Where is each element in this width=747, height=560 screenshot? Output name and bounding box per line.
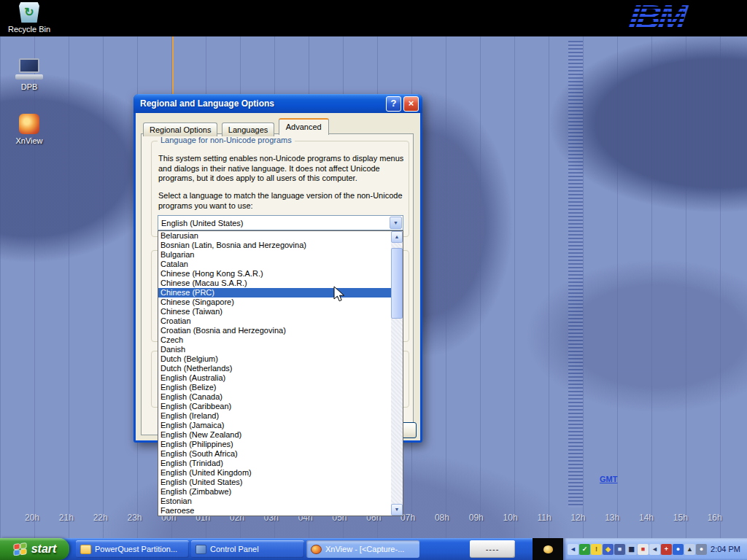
dialog-tab-strip: Regional Options Languages Advanced xyxy=(143,118,330,135)
tray-icon-graphics[interactable]: ◆ xyxy=(603,544,614,555)
taskbar: start PowerQuest Partition...Control Pan… xyxy=(0,538,747,560)
taskbar-black-segment xyxy=(533,538,563,560)
scroll-down-button[interactable]: ▼ xyxy=(391,504,403,516)
language-option[interactable]: English (Ireland) xyxy=(158,411,391,421)
language-option[interactable]: Dutch (Netherlands) xyxy=(158,364,391,373)
timezone-label: 15h xyxy=(673,513,688,523)
language-combobox[interactable]: English (United States) ▼ xyxy=(158,215,403,230)
language-option[interactable]: Croatian xyxy=(158,316,391,326)
xnview-icon xyxy=(19,114,39,134)
language-option[interactable]: English (New Zealand) xyxy=(158,430,391,440)
taskbar-button-label: XnView - [<Capture-... xyxy=(325,545,404,553)
language-option[interactable]: Chinese (Hong Kong S.A.R.) xyxy=(158,269,391,279)
tray-icon-display[interactable]: ■ xyxy=(614,544,625,555)
timezone-label: 20h xyxy=(25,513,39,523)
non-unicode-description: This system setting enables non-Unicode … xyxy=(158,154,406,184)
tab-languages[interactable]: Languages xyxy=(222,122,274,136)
desktop-wallpaper: ↻ Recycle Bin IBM DPB XnView GMT 20h21h2… xyxy=(0,0,747,560)
system-tray: ◄✓!◆■▦■◄+●▲● 2:04 PM xyxy=(563,538,747,560)
language-option[interactable]: English (United States) xyxy=(158,478,391,487)
tab-advanced[interactable]: Advanced xyxy=(279,118,329,135)
language-option[interactable]: Chinese (Macau S.A.R.) xyxy=(158,279,391,288)
recycle-arrows-glyph: ↻ xyxy=(24,6,34,18)
group-title: Language for non-Unicode programs xyxy=(158,136,295,144)
taskbar-button-label: Control Panel xyxy=(210,545,259,553)
language-option[interactable]: Dutch (Belgium) xyxy=(158,354,391,364)
timezone-label: 22h xyxy=(93,513,108,523)
lamp-icon[interactable] xyxy=(543,545,553,553)
tray-icon-antivirus[interactable]: ✓ xyxy=(579,544,590,555)
tray-icon-scheduler[interactable]: ■ xyxy=(638,544,649,555)
timezone-label: 21h xyxy=(59,513,74,523)
language-option[interactable]: English (Trinidad) xyxy=(158,459,391,468)
windows-logo-icon xyxy=(13,542,28,556)
start-label: start xyxy=(31,542,57,556)
language-option[interactable]: Bosnian (Latin, Bosnia and Herzegovina) xyxy=(158,241,391,250)
timezone-label: 11h xyxy=(537,513,551,523)
tray-icon-messenger[interactable]: ● xyxy=(673,544,684,555)
folder-icon xyxy=(80,545,91,554)
task-buttons-area: PowerQuest Partition...Control PanelXnVi… xyxy=(69,538,533,560)
combobox-dropdown-arrow-icon[interactable]: ▼ xyxy=(390,217,402,229)
control-panel-icon xyxy=(196,545,206,554)
language-option[interactable]: English (Philippines) xyxy=(158,440,391,449)
language-option[interactable]: English (Canada) xyxy=(158,392,391,402)
language-option[interactable]: Czech xyxy=(158,335,391,345)
language-option[interactable]: Chinese (Singapore) xyxy=(158,298,391,307)
language-option[interactable]: English (Belize) xyxy=(158,383,391,392)
timezone-label: 09h xyxy=(469,513,484,523)
language-option[interactable]: Catalan xyxy=(158,260,391,269)
help-button[interactable]: ? xyxy=(386,96,401,112)
tray-icon-volume[interactable]: ◄ xyxy=(649,544,660,555)
scrollbar-thumb[interactable] xyxy=(391,248,403,319)
taskbar-clock[interactable]: 2:04 PM xyxy=(711,545,740,553)
language-option[interactable]: Chinese (PRC) xyxy=(158,288,391,298)
tray-icon-removable[interactable]: ▲ xyxy=(684,544,695,555)
ibm-logo: IBM xyxy=(627,0,686,35)
dialog-title: Regional and Language Options xyxy=(140,98,386,109)
taskbar-button[interactable]: ---- xyxy=(470,540,515,558)
taskbar-button[interactable]: XnView - [<Capture-... xyxy=(306,540,419,558)
start-button[interactable]: start xyxy=(0,538,69,560)
combobox-value: English (United States) xyxy=(161,219,390,228)
laptop-screen-shape xyxy=(19,58,39,73)
language-option[interactable]: English (Jamaica) xyxy=(158,421,391,430)
select-language-instruction: Select a language to match the language … xyxy=(158,191,406,211)
tray-icon-firewall[interactable]: + xyxy=(661,544,672,555)
tray-icon-language[interactable]: ● xyxy=(696,544,707,555)
timezone-label: 14h xyxy=(639,513,654,523)
language-option[interactable]: Danish xyxy=(158,345,391,354)
taskbar-button[interactable]: Control Panel xyxy=(191,540,304,558)
language-option[interactable]: Croatian (Bosnia and Herzegovina) xyxy=(158,326,391,335)
tab-regional-options[interactable]: Regional Options xyxy=(143,122,217,136)
desktop-icon-dpb[interactable]: DPB xyxy=(4,58,54,91)
timezone-label: 08h xyxy=(435,513,449,523)
taskbar-button-label: PowerQuest Partition... xyxy=(95,545,177,553)
language-option[interactable]: Belarusian xyxy=(158,231,391,241)
gmt-label: GMT xyxy=(600,475,617,483)
tray-icons-area: ◄✓!◆■▦■◄+●▲● xyxy=(568,544,708,555)
language-option[interactable]: Bulgarian xyxy=(158,250,391,260)
language-option[interactable]: English (Australia) xyxy=(158,373,391,383)
language-option[interactable]: English (Zimbabwe) xyxy=(158,487,391,497)
language-option[interactable]: English (United Kingdom) xyxy=(158,468,391,478)
scroll-up-button[interactable]: ▲ xyxy=(391,231,403,243)
xnview-label: XnView xyxy=(4,136,54,145)
timezone-label: 10h xyxy=(503,513,518,523)
language-option[interactable]: Estonian xyxy=(158,497,391,506)
taskbar-button[interactable]: PowerQuest Partition... xyxy=(76,540,189,558)
mouse-cursor xyxy=(333,286,345,303)
tray-icon-alert[interactable]: ! xyxy=(591,544,602,555)
dropdown-scrollbar[interactable]: ▲ ▼ xyxy=(391,231,403,516)
language-option[interactable]: English (Caribbean) xyxy=(158,402,391,411)
dialog-titlebar[interactable]: Regional and Language Options ? × xyxy=(133,94,422,113)
language-option[interactable]: Chinese (Taiwan) xyxy=(158,307,391,316)
language-option[interactable]: English (South Africa) xyxy=(158,449,391,459)
close-button[interactable]: × xyxy=(403,96,419,112)
language-option[interactable]: Faeroese xyxy=(158,506,391,516)
laptop-base-shape xyxy=(15,74,43,79)
tray-icon-network[interactable]: ▦ xyxy=(626,544,637,555)
desktop-icon-xnview[interactable]: XnView xyxy=(4,114,54,145)
desktop-icon-recycle-bin[interactable]: ↻ Recycle Bin xyxy=(4,2,54,34)
tray-icon-hide-icons[interactable]: ◄ xyxy=(568,544,578,555)
